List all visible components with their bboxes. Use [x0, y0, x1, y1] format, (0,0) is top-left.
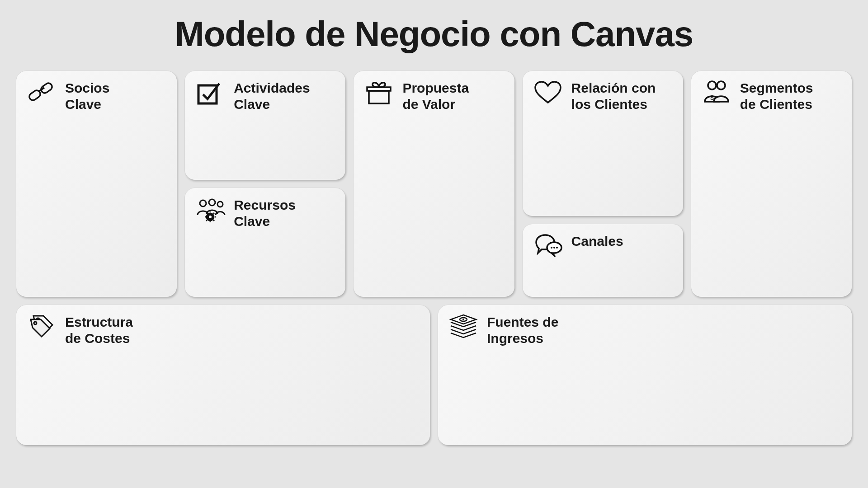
- block-value-proposition: Propuesta de Valor: [354, 71, 514, 297]
- svg-point-6: [217, 202, 223, 207]
- gift-icon: [363, 79, 395, 106]
- canvas-container: Modelo de Negocio con Canvas Socios Clav…: [0, 0, 868, 488]
- people-money-icon: $: [700, 79, 733, 106]
- block-label: Propuesta de Valor: [402, 79, 469, 113]
- block-label: Actividades Clave: [234, 79, 310, 113]
- chat-bubbles-icon: [532, 232, 564, 259]
- svg-rect-17: [369, 91, 389, 103]
- block-customer-segments: $ Segmentos de Clientes: [691, 71, 852, 297]
- svg-rect-3: [198, 85, 217, 103]
- canvas-bottom-row: Estructura de Costes: [16, 305, 852, 445]
- svg-line-15: [213, 220, 214, 221]
- block-cost-structure: Estructura de Costes: [16, 305, 430, 445]
- block-key-resources: Recursos Clave: [185, 188, 345, 297]
- block-label: Fuentes de Ingresos: [487, 313, 558, 347]
- svg-point-21: [556, 247, 558, 249]
- block-label: Relación con los Clientes: [571, 79, 656, 113]
- svg-point-23: [717, 81, 725, 89]
- block-key-activities: Actividades Clave: [185, 71, 345, 180]
- block-label: Canales: [571, 232, 623, 249]
- svg-text:$: $: [710, 94, 714, 101]
- people-gear-icon: [194, 196, 226, 223]
- block-label: Estructura de Costes: [65, 313, 133, 347]
- svg-point-16: [209, 216, 212, 218]
- block-channels: Canales: [523, 224, 683, 297]
- checkbox-icon: [194, 79, 226, 106]
- svg-point-22: [708, 81, 716, 89]
- block-key-partners: Socios Clave: [16, 71, 177, 297]
- svg-point-20: [553, 247, 555, 249]
- block-revenue-streams: Fuentes de Ingresos: [438, 305, 852, 445]
- block-label: Socios Clave: [65, 79, 109, 113]
- canvas-top-row: Socios Clave Actividades Clav: [16, 71, 852, 297]
- link-chain-icon: [25, 79, 58, 106]
- svg-line-13: [213, 213, 214, 214]
- svg-point-4: [200, 200, 206, 206]
- block-customer-relationships: Relación con los Clientes: [523, 71, 683, 216]
- svg-point-19: [551, 247, 552, 249]
- page-title: Modelo de Negocio con Canvas: [16, 14, 852, 55]
- svg-point-5: [209, 199, 215, 206]
- block-label: Recursos Clave: [234, 196, 296, 230]
- price-tags-icon: [25, 313, 58, 340]
- svg-line-14: [206, 220, 207, 221]
- svg-point-29: [462, 319, 464, 320]
- money-stack-icon: [447, 313, 480, 340]
- svg-rect-1: [40, 82, 53, 94]
- svg-line-12: [206, 213, 207, 214]
- heart-icon: [532, 79, 564, 106]
- block-label: Segmentos de Clientes: [740, 79, 813, 113]
